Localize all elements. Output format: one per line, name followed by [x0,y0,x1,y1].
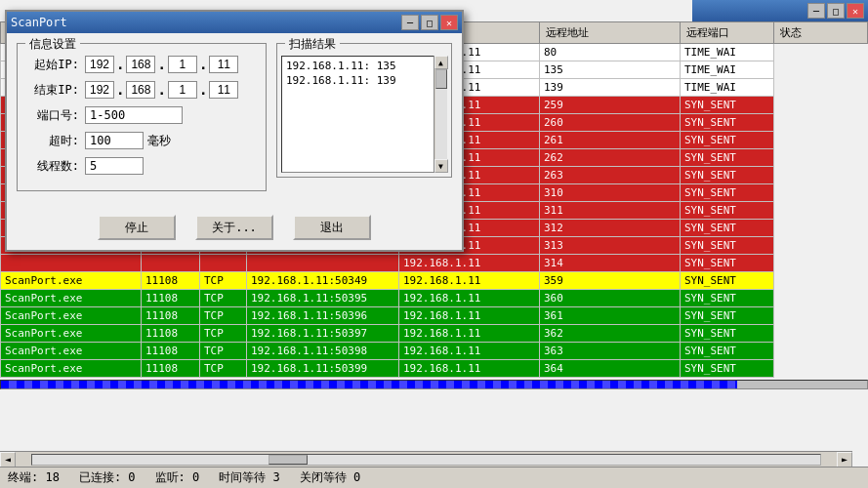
results-group-box: 扫描结果 192.168.1.11: 135 192.168.1.11: 139… [276,43,452,178]
table-cell: 263 [540,167,681,184]
end-ip-row: 结束IP: . . . [25,81,258,99]
stop-button[interactable]: 停止 [98,215,176,240]
results-scrollbar[interactable]: ▲ ▼ [434,56,447,173]
end-ip-4[interactable] [209,81,238,99]
scroll-track[interactable] [435,69,447,159]
table-cell: SYN_SENT [681,97,774,114]
table-row: ScanPort.exe11108TCP192.168.1.11:5039519… [1,290,868,307]
table-cell: 192.168.1.11 [399,343,540,360]
scanport-dialog: ScanPort ─ □ ✕ 信息设置 起始IP: . . [5,10,464,252]
table-cell: SYN_SENT [681,184,774,202]
timeout-row: 超时: 毫秒 [25,132,258,149]
table-row: ScanPort.exe11108TCP192.168.1.11:5039919… [1,360,868,378]
scroll-down-btn[interactable]: ▼ [434,159,448,173]
about-button[interactable]: 关于... [195,215,273,240]
table-cell: 80 [540,44,681,61]
scrollbar-track[interactable] [31,454,821,466]
table-cell: TCP [200,307,247,325]
dialog-maximize-btn[interactable]: □ [421,15,438,30]
table-row: ScanPort.exe11108TCP192.168.1.11:5039819… [1,343,868,360]
table-cell: ScanPort.exe [1,290,142,307]
table-cell: 192.168.1.11:50399 [247,360,399,378]
table-cell: SYN_SENT [681,272,774,290]
info-group-box: 信息设置 起始IP: . . . 结束IP: [17,43,267,191]
table-cell: SYN_SENT [681,167,774,184]
start-ip-1[interactable] [85,56,114,73]
table-cell: SYN_SENT [681,220,774,237]
results-list-wrapper: 192.168.1.11: 135 192.168.1.11: 139 ▲ ▼ [281,56,447,173]
progress-bar-fill [1,381,737,388]
table-cell: 360 [540,290,681,307]
table-cell: SYN_SENT [681,202,774,220]
dialog-close-btn[interactable]: ✕ [440,15,458,30]
timeout-unit: 毫秒 [147,133,171,149]
table-cell: 11108 [142,343,200,360]
end-ip-3[interactable] [168,81,197,99]
table-cell: TIME_WAI [681,79,774,97]
status-timewait: 时间等待 3 [219,469,279,486]
threads-input[interactable] [85,157,144,175]
table-cell: 135 [540,61,681,79]
table-cell: 312 [540,220,681,237]
info-section: 信息设置 起始IP: . . . 结束IP: [17,43,267,197]
bg-maximize-btn[interactable]: □ [827,3,845,19]
table-cell: TCP [200,272,247,290]
end-ip-dot-2: . [157,82,165,98]
start-ip-dot-2: . [157,57,165,72]
table-cell: 192.168.1.11:50395 [247,290,399,307]
table-cell: 192.168.1.11 [399,360,540,378]
table-cell: 310 [540,184,681,202]
dialog-titlebar-buttons: ─ □ ✕ [401,15,458,30]
table-cell: 192.168.1.11:50349 [247,272,399,290]
dialog-content: 信息设置 起始IP: . . . 结束IP: [7,33,462,207]
table-cell: SYN_SENT [681,325,774,343]
dialog-buttons: 停止 关于... 退出 [7,207,462,250]
scroll-up-btn[interactable]: ▲ [434,56,448,69]
table-cell: 364 [540,360,681,378]
end-ip-dot-3: . [199,82,207,98]
result-item-2: 192.168.1.11: 139 [284,73,431,88]
start-ip-dot-3: . [199,57,207,72]
threads-label: 线程数: [25,158,79,175]
start-ip-4[interactable] [209,56,238,73]
table-cell: 11108 [142,290,200,307]
table-cell: 314 [540,255,681,272]
table-cell: SYN_SENT [681,114,774,132]
bg-close-btn[interactable]: ✕ [847,3,864,19]
table-cell [200,255,247,272]
start-ip-inputs: . . . [85,56,238,73]
table-cell: TCP [200,360,247,378]
table-cell: SYN_SENT [681,360,774,378]
scroll-left-btn[interactable]: ◄ [0,452,16,468]
exit-button[interactable]: 退出 [293,215,371,240]
table-row: ScanPort.exe11108TCP192.168.1.11:5039619… [1,307,868,325]
table-cell: SYN_SENT [681,255,774,272]
results-group-title: 扫描结果 [285,36,340,53]
scroll-thumb[interactable] [435,69,447,89]
col-header-rport: 远程端口 [681,22,774,44]
start-ip-2[interactable] [126,56,155,73]
end-ip-1[interactable] [85,81,114,99]
table-row: ScanPort.exe11108TCP192.168.1.11:5039719… [1,325,868,343]
table-cell [1,255,142,272]
port-input[interactable] [85,106,183,124]
h-scrollbar[interactable]: ◄ ► [0,451,852,467]
bg-minimize-btn[interactable]: ─ [807,3,825,19]
start-ip-3[interactable] [168,56,197,73]
status-connected: 已连接: 0 [79,469,136,486]
results-list[interactable]: 192.168.1.11: 135 192.168.1.11: 139 [281,56,447,173]
dialog-titlebar: ScanPort ─ □ ✕ [7,12,462,33]
table-cell [142,255,200,272]
table-cell: 192.168.1.11:50396 [247,307,399,325]
end-ip-2[interactable] [126,81,155,99]
dialog-minimize-btn[interactable]: ─ [401,15,419,30]
table-cell: 262 [540,149,681,167]
timeout-input[interactable] [85,132,144,149]
scrollbar-thumb[interactable] [269,455,308,465]
scroll-right-btn[interactable]: ► [837,452,852,468]
threads-row: 线程数: [25,157,258,175]
table-cell: ScanPort.exe [1,360,142,378]
port-label: 端口号: [25,107,79,124]
start-ip-row: 起始IP: . . . [25,56,258,73]
table-cell: 192.168.1.11 [399,325,540,343]
